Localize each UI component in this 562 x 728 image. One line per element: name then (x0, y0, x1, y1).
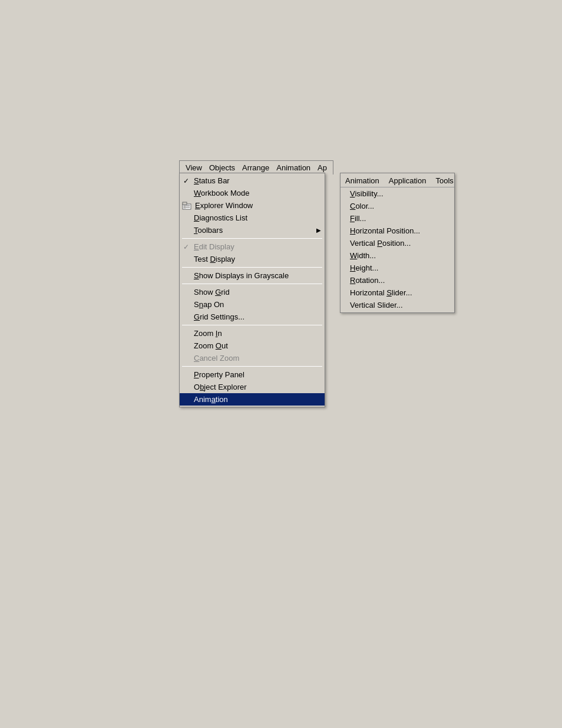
submenu-header-tools[interactable]: Tools (431, 174, 458, 187)
workbook-mode-label: Workbook Mode (194, 189, 249, 197)
submenu-item-vertical-slider[interactable]: Vertical Slider... (340, 299, 454, 311)
menu-item-show-displays-grayscale[interactable]: Show Displays in Grayscale (180, 269, 325, 282)
status-bar-label: Status Bar (194, 176, 230, 185)
toolbars-label: Toolbars (194, 226, 223, 235)
horizontal-position-label: Horizontal Position... (350, 226, 420, 235)
edit-display-label: Edit Display (194, 242, 234, 251)
snap-on-label: Snap On (194, 300, 224, 309)
svg-rect-2 (184, 205, 186, 206)
height-label: Height... (350, 263, 378, 272)
animation-label: Animation (194, 395, 228, 404)
grid-settings-label: Grid Settings... (194, 312, 244, 321)
menu-item-zoom-in[interactable]: Zoom In (180, 327, 325, 340)
visibility-label: Visibility... (350, 189, 384, 198)
menu-item-grid-settings[interactable]: Grid Settings... (180, 311, 325, 323)
fill-label: Fill... (350, 214, 366, 223)
submenu-header-animation[interactable]: Animation (340, 174, 384, 187)
menubar-ap[interactable]: Ap (314, 162, 330, 173)
zoom-out-label: Zoom Out (194, 341, 228, 350)
submenu-item-color[interactable]: Color... (340, 200, 454, 212)
submenu-item-fill[interactable]: Fill... (340, 212, 454, 225)
menubar-view[interactable]: View (182, 162, 206, 173)
menu-item-cancel-zoom: Cancel Zoom (180, 352, 325, 364)
svg-rect-3 (186, 205, 190, 206)
separator-1 (182, 238, 322, 239)
show-displays-grayscale-label: Show Displays in Grayscale (194, 271, 289, 280)
svg-rect-1 (183, 202, 187, 205)
horizontal-slider-label: Horizontal Slider... (350, 288, 412, 297)
zoom-in-label: Zoom In (194, 329, 222, 338)
menubar-objects[interactable]: Objects (206, 162, 239, 173)
menubar-arrange[interactable]: Arrange (239, 162, 273, 173)
show-grid-label: Show Grid (194, 288, 230, 297)
menu-item-snap-on[interactable]: Snap On (180, 298, 325, 311)
property-panel-label: Property Panel (194, 370, 244, 379)
explorer-window-label: Explorer Window (195, 201, 253, 210)
explorer-window-icon (182, 201, 193, 210)
menu-item-property-panel[interactable]: Property Panel (180, 368, 325, 381)
submenu-item-vertical-position[interactable]: Vertical Position... (340, 237, 454, 249)
menubar-animation[interactable]: Animation (273, 162, 314, 173)
submenu-item-rotation[interactable]: Rotation... (340, 274, 454, 286)
menu-item-status-bar[interactable]: Status Bar (180, 174, 325, 187)
menu-item-diagnostics-list[interactable]: Diagnostics List (180, 212, 325, 224)
cancel-zoom-label: Cancel Zoom (194, 354, 239, 363)
menu-item-animation[interactable]: Animation (180, 393, 325, 406)
submenu-item-horizontal-position[interactable]: Horizontal Position... (340, 225, 454, 237)
color-label: Color... (350, 202, 374, 210)
submenu-item-width[interactable]: Width... (340, 249, 454, 262)
separator-5 (182, 366, 322, 367)
separator-3 (182, 284, 322, 284)
svg-rect-5 (186, 207, 190, 207)
menu-item-workbook-mode[interactable]: Workbook Mode (180, 187, 325, 199)
rotation-label: Rotation... (350, 276, 385, 285)
diagnostics-list-label: Diagnostics List (194, 213, 247, 222)
menu-item-show-grid[interactable]: Show Grid (180, 286, 325, 298)
svg-rect-4 (184, 207, 186, 208)
separator-2 (182, 267, 322, 268)
menu-item-zoom-out[interactable]: Zoom Out (180, 340, 325, 352)
menu-item-object-explorer[interactable]: Object Explorer (180, 381, 325, 393)
submenu-header: Animation Application Tools (340, 174, 454, 187)
submenu-item-visibility[interactable]: Visibility... (340, 187, 454, 200)
animation-submenu: Animation Application Tools Visibility..… (340, 173, 455, 313)
menu-item-test-display[interactable]: Test Display (180, 253, 325, 265)
separator-4 (182, 325, 322, 325)
object-explorer-label: Object Explorer (194, 383, 247, 391)
vertical-position-label: Vertical Position... (350, 239, 411, 248)
menu-item-explorer-window[interactable]: Explorer Window (180, 199, 325, 212)
menu-item-toolbars[interactable]: Toolbars (180, 224, 325, 236)
width-label: Width... (350, 251, 376, 260)
submenu-header-application[interactable]: Application (384, 174, 431, 187)
view-dropdown-menu: Status Bar Workbook Mode Explorer Window… (179, 173, 325, 407)
menu-item-edit-display: Edit Display (180, 241, 325, 253)
vertical-slider-label: Vertical Slider... (350, 301, 403, 309)
submenu-item-horizontal-slider[interactable]: Horizontal Slider... (340, 286, 454, 299)
submenu-item-height[interactable]: Height... (340, 262, 454, 274)
test-display-label: Test Display (194, 255, 235, 263)
